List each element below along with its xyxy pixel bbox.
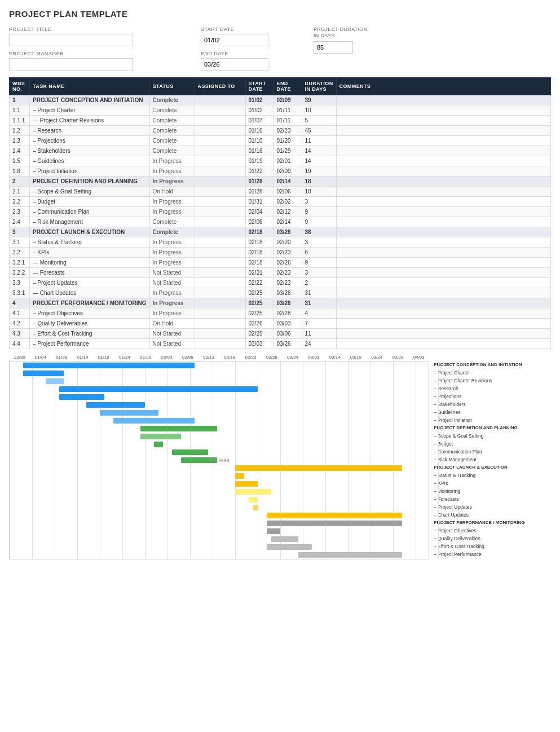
cell-start: 02/25 xyxy=(245,329,274,339)
cell-duration: 5 xyxy=(302,116,336,126)
cell-duration: 14 xyxy=(302,156,336,166)
gantt-date-label: 03/24 xyxy=(367,355,387,360)
gantt-bar xyxy=(140,426,217,431)
cell-assigned xyxy=(195,258,245,268)
start-date-input[interactable] xyxy=(201,34,268,46)
gantt-date-label: 04/03 xyxy=(408,355,429,360)
cell-duration: 38 xyxy=(302,227,336,237)
gantt-legend-item: – Communication Plan xyxy=(434,448,551,456)
gantt-bar xyxy=(59,386,258,392)
cell-duration: 18 xyxy=(302,177,336,187)
cell-end: 01/29 xyxy=(274,146,302,156)
cell-task: — Chart Updates xyxy=(30,288,150,298)
cell-comments xyxy=(336,227,550,237)
gantt-section: 12/3001/0401/0901/1401/1901/2401/2902/03… xyxy=(9,355,551,559)
col-header-end: END DATE xyxy=(274,78,302,95)
table-row: 2.3 – Communication Plan In Progress 02/… xyxy=(10,207,551,217)
project-title-input[interactable] xyxy=(9,34,133,46)
table-row: 3.3.1 — Chart Updates In Progress 02/25 … xyxy=(10,288,551,298)
cell-task: – Communication Plan xyxy=(30,207,150,217)
gantt-legend-item: – Effort & Cost Tracking xyxy=(434,543,551,550)
cell-task: – Guidelines xyxy=(30,156,150,166)
table-row: 1.1.1 — Project Charter Revisions Comple… xyxy=(10,116,551,126)
gantt-date-label: 01/24 xyxy=(114,355,135,360)
cell-end: 03/26 xyxy=(274,339,302,349)
cell-comments xyxy=(336,146,550,156)
cell-wbs: 2 xyxy=(10,177,30,187)
duration-input[interactable] xyxy=(314,41,353,54)
cell-status: In Progress xyxy=(149,177,195,187)
table-row: 3.2 – KPIs In Progress 02/18 02/23 6 xyxy=(10,248,551,258)
gantt-legend-item: PROJECT PERFORMANCE / MONITORING xyxy=(434,519,551,527)
gantt-date-label: 03/04 xyxy=(282,355,303,360)
cell-duration: 14 xyxy=(302,146,336,156)
cell-duration: 9 xyxy=(302,258,336,268)
cell-assigned xyxy=(195,319,245,329)
cell-status: In Progress xyxy=(149,258,195,268)
table-row: 4 PROJECT PERFORMANCE / MONITORING In Pr… xyxy=(10,298,551,308)
gantt-bar xyxy=(235,473,244,479)
cell-duration: 24 xyxy=(302,339,336,349)
col-header-status: STATUS xyxy=(149,78,195,95)
cell-wbs: 3.2.2 xyxy=(10,268,30,278)
table-row: 1.4 – Stakeholders Complete 01/16 01/29 … xyxy=(10,146,551,156)
table-row: 2 PROJECT DEFINITION AND PLANNING In Pro… xyxy=(10,177,551,187)
gantt-grid-line xyxy=(280,361,281,559)
cell-task: – Research xyxy=(30,126,150,136)
cell-duration: 3 xyxy=(302,237,336,248)
gantt-grid-line xyxy=(371,361,371,559)
gantt-grid-line xyxy=(438,361,439,559)
cell-comments xyxy=(336,329,550,339)
cell-status: Complete xyxy=(149,116,195,126)
cell-status: In Progress xyxy=(149,207,195,217)
cell-end: 03/03 xyxy=(274,319,302,329)
cell-task: – Risk Management xyxy=(30,217,150,227)
gantt-date-label: 01/04 xyxy=(30,355,51,360)
cell-status: Complete xyxy=(149,146,195,156)
cell-assigned xyxy=(195,217,245,227)
gantt-grid-line xyxy=(416,361,416,559)
cell-task: — Project Charter Revisions xyxy=(30,116,150,126)
gantt-date-label: 02/08 xyxy=(177,355,198,360)
cell-task: – Status & Tracking xyxy=(30,237,150,248)
cell-start: 02/25 xyxy=(245,308,274,319)
project-manager-input[interactable] xyxy=(9,58,133,70)
cell-end: 02/12 xyxy=(274,207,302,217)
cell-assigned xyxy=(195,197,245,207)
gantt-date-label: 01/19 xyxy=(93,355,114,360)
cell-wbs: 4 xyxy=(10,298,30,308)
cell-end: 02/23 xyxy=(274,248,302,258)
cell-end: 01/20 xyxy=(274,136,302,146)
gantt-grid-line xyxy=(10,361,10,559)
gantt-legend-item: – Project Charter xyxy=(434,369,551,377)
cell-assigned xyxy=(195,105,245,116)
cell-task: – Project Charter xyxy=(30,105,150,116)
cell-start: 02/18 xyxy=(245,258,274,268)
gantt-date-label: 02/13 xyxy=(198,355,219,360)
cell-start: 01/02 xyxy=(245,105,274,116)
cell-comments xyxy=(336,166,550,177)
table-row: 3 PROJECT LAUNCH & EXECUTION Complete 02… xyxy=(10,227,551,237)
cell-status: In Progress xyxy=(149,237,195,248)
cell-status: Complete xyxy=(149,126,195,136)
cell-start: 02/22 xyxy=(245,278,274,288)
cell-wbs: 3.2.1 xyxy=(10,258,30,268)
end-date-input[interactable] xyxy=(201,58,268,70)
gantt-date-label: 03/09 xyxy=(303,355,324,360)
gantt-legend-item: – Status & Tracking xyxy=(434,471,551,479)
cell-status: Complete xyxy=(149,227,195,237)
cell-start: 02/25 xyxy=(245,288,274,298)
col-header-comments: COMMENTS xyxy=(336,78,550,95)
gantt-bar xyxy=(253,505,258,510)
table-row: 1.1 – Project Charter Complete 01/02 01/… xyxy=(10,105,551,116)
cell-start: 02/06 xyxy=(245,217,274,227)
gantt-legend-item: – Project Updates xyxy=(434,503,551,511)
cell-start: 01/22 xyxy=(245,166,274,177)
gantt-date-label: 02/03 xyxy=(156,355,177,360)
gantt-bar xyxy=(235,465,402,471)
cell-duration: 45 xyxy=(302,126,336,136)
table-row: 4.2 – Quality Deliverables On Hold 02/26… xyxy=(10,319,551,329)
cell-end: 02/06 xyxy=(274,187,302,197)
cell-end: 01/11 xyxy=(274,105,302,116)
cell-comments xyxy=(336,248,550,258)
